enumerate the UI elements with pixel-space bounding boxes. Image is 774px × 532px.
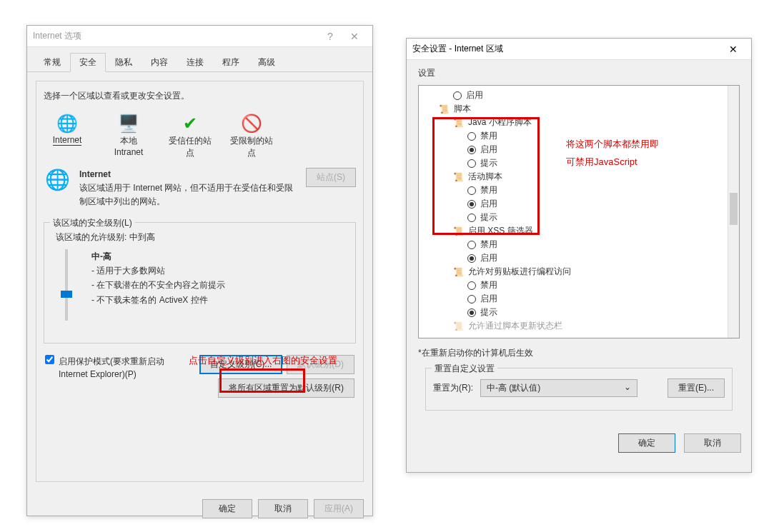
tree-xss-disable[interactable]: 禁用 bbox=[425, 238, 733, 251]
zone-restricted[interactable]: 🚫 受限制的站点 bbox=[228, 112, 275, 159]
deny-icon: 🚫 bbox=[240, 112, 263, 135]
titlebar: 安全设置 - Internet 区域 ✕ bbox=[407, 39, 751, 60]
protected-mode-label: 启用保护模式(要求重新启动 Internet Explorer)(P) bbox=[59, 355, 187, 381]
zone-description: 🌐 Internet 该区域适用于 Internet 网站，但不适用于在受信任和… bbox=[36, 164, 363, 216]
zone-local-intranet[interactable]: 🖥️ 本地 Intranet bbox=[105, 112, 152, 159]
tab-general[interactable]: 常规 bbox=[34, 53, 70, 71]
tree-truncated: 📜允许通过脚本更新状态栏 bbox=[425, 319, 733, 333]
internet-options-dialog: Internet 选项 ? ✕ 常规 安全 隐私 内容 连接 程序 高级 选择一… bbox=[26, 25, 373, 516]
tree-clipboard-prompt[interactable]: 提示 bbox=[425, 306, 733, 319]
tab-privacy[interactable]: 隐私 bbox=[106, 53, 142, 71]
reset-to-label: 重置为(R): bbox=[433, 382, 473, 394]
level-name: 中-高 bbox=[91, 249, 344, 264]
slider-description: 中-高 - 适用于大多数网站 - 在下载潜在的不安全内容之前提示 - 不下载未签… bbox=[91, 249, 344, 321]
dialog-footer: 确定 取消 应用(A) bbox=[27, 491, 372, 527]
cancel-button[interactable]: 取消 bbox=[684, 433, 741, 453]
dialog-title: Internet 选项 bbox=[33, 30, 318, 42]
chevron-down-icon: ⌄ bbox=[624, 382, 631, 394]
restart-note: *在重新启动你的计算机后生效 bbox=[418, 344, 740, 362]
titlebar: Internet 选项 ? ✕ bbox=[27, 26, 372, 47]
tree-enable-top[interactable]: 启用 bbox=[425, 89, 733, 102]
globe-icon: 🌐 bbox=[56, 112, 79, 135]
tree-xss-enable[interactable]: 启用 bbox=[425, 251, 733, 265]
tab-advanced[interactable]: 高级 bbox=[249, 53, 284, 71]
settings-label: 设置 bbox=[418, 67, 740, 79]
tab-security[interactable]: 安全 bbox=[70, 53, 106, 72]
tab-programs[interactable]: 程序 bbox=[213, 53, 249, 71]
annotation-box-custom-level bbox=[219, 368, 305, 393]
dialog-footer: 确定 取消 bbox=[407, 423, 751, 463]
globe-icon-large: 🌐 bbox=[44, 168, 71, 209]
tree-clipboard-enable[interactable]: 启用 bbox=[425, 292, 733, 306]
security-tab-pane: 选择一个区域以查看或更改安全设置。 🌐 Internet 🖥️ 本地 Intra… bbox=[36, 81, 364, 482]
security-level-legend: 该区域的安全级别(L) bbox=[50, 217, 135, 229]
ok-button[interactable]: 确定 bbox=[202, 499, 252, 518]
annotation-scripts-line1: 将这两个脚本都禁用即 bbox=[566, 138, 659, 151]
reset-custom-group: 重置自定义设置 重置为(R): 中-高 (默认值) ⌄ 重置(E)... bbox=[425, 368, 733, 411]
sites-button[interactable]: 站点(S) bbox=[306, 168, 356, 187]
reset-to-select[interactable]: 中-高 (默认值) ⌄ bbox=[480, 379, 637, 397]
zone-internet[interactable]: 🌐 Internet bbox=[44, 112, 91, 159]
reset-button[interactable]: 重置(E)... bbox=[668, 378, 725, 398]
close-button[interactable]: ✕ bbox=[721, 44, 745, 55]
annotation-box-scripts bbox=[432, 117, 540, 235]
tab-content[interactable]: 内容 bbox=[142, 53, 177, 71]
ok-button[interactable]: 确定 bbox=[618, 433, 675, 453]
zone-description-text: 该区域适用于 Internet 网站，但不适用于在受信任和受限制区域中列出的网站… bbox=[79, 181, 297, 209]
tab-bar: 常规 安全 隐私 内容 连接 程序 高级 bbox=[27, 47, 372, 72]
tab-connections[interactable]: 连接 bbox=[177, 53, 213, 71]
help-button[interactable]: ? bbox=[318, 31, 342, 42]
settings-body: 设置 启用 📜脚本 📜Java 小程序脚本 禁用 启用 提示 📜活动脚本 禁用 … bbox=[407, 60, 751, 423]
tree-scripts: 📜脚本 bbox=[425, 102, 733, 116]
lan-icon: 🖥️ bbox=[117, 112, 140, 135]
slider-area: 中-高 - 适用于大多数网站 - 在下载潜在的不安全内容之前提示 - 不下载未签… bbox=[51, 245, 348, 325]
script-icon: 📜 bbox=[453, 321, 464, 331]
tree-clipboard: 📜允许对剪贴板进行编程访问 bbox=[425, 265, 733, 278]
security-level-group: 该区域的安全级别(L) 该区域的允许级别: 中到高 中-高 - 适用于大多数网站… bbox=[44, 222, 356, 343]
security-slider[interactable] bbox=[56, 249, 77, 321]
security-settings-dialog: 安全设置 - Internet 区域 ✕ 设置 启用 📜脚本 📜Java 小程序… bbox=[406, 38, 752, 473]
dialog-title: 安全设置 - Internet 区域 bbox=[412, 43, 721, 55]
zone-list: 🌐 Internet 🖥️ 本地 Intranet ✔ 受信任的站点 🚫 受限制… bbox=[36, 102, 363, 164]
annotation-scripts-line2: 可禁用JavaScript bbox=[566, 156, 637, 169]
check-icon: ✔ bbox=[179, 112, 202, 135]
allowed-levels: 该区域的允许级别: 中到高 bbox=[51, 230, 348, 245]
zone-trusted[interactable]: ✔ 受信任的站点 bbox=[167, 112, 214, 159]
zone-name: Internet bbox=[79, 168, 297, 181]
reset-custom-legend: 重置自定义设置 bbox=[432, 363, 497, 375]
apply-button[interactable]: 应用(A) bbox=[314, 499, 364, 518]
tree-clipboard-disable[interactable]: 禁用 bbox=[425, 278, 733, 292]
protected-mode-checkbox[interactable] bbox=[45, 355, 54, 364]
zone-prompt: 选择一个区域以查看或更改安全设置。 bbox=[36, 81, 363, 102]
script-icon: 📜 bbox=[439, 104, 450, 114]
cancel-button[interactable]: 取消 bbox=[258, 499, 308, 518]
script-icon: 📜 bbox=[453, 267, 464, 277]
annotation-custom-level: 点击自定义级别进入右图的安全设置 bbox=[189, 354, 337, 367]
settings-scrollbar[interactable] bbox=[728, 86, 739, 338]
close-button[interactable]: ✕ bbox=[342, 31, 367, 42]
